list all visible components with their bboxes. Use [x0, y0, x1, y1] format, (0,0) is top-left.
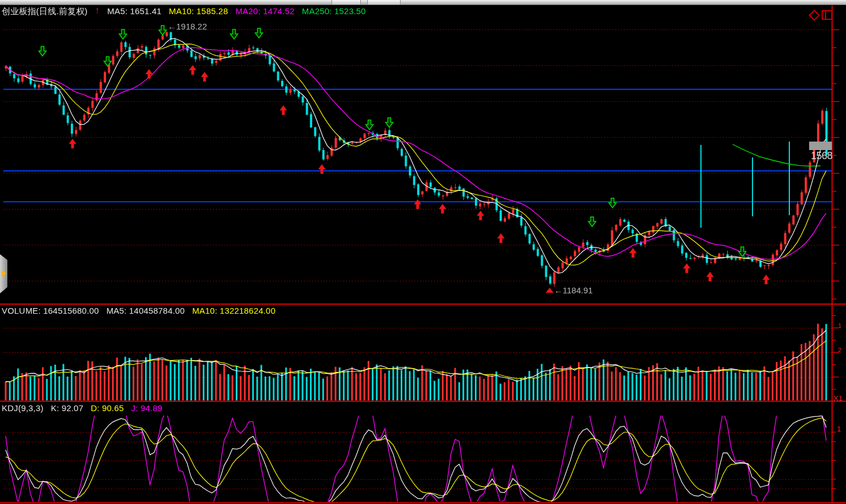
kdj-axis-label-fragment: 1: [837, 425, 841, 433]
split-window-icon[interactable]: [822, 10, 832, 20]
volume-value: VOLUME: 164515680.00: [2, 306, 99, 315]
kdj-j-value: J: 94.89: [131, 403, 163, 413]
expand-arrow-icon: [2, 270, 6, 277]
splitter-handle[interactable]: [331, 0, 361, 5]
volume-axis-label-fragment: 1: [838, 322, 841, 329]
volume-axis-label-fragment: 2: [838, 347, 841, 353]
chart-canvas[interactable]: [0, 0, 846, 504]
volume-ma10-value: MA10: 132218624.00: [192, 306, 275, 315]
high-price-annotation: ←1918.22: [168, 22, 207, 31]
last-price-label: 1568.8: [811, 150, 832, 162]
low-price-annotation: ←1184.91: [554, 285, 593, 295]
up-arrow-icon: ↑: [95, 6, 100, 17]
kdj-d-value: D: 90.65: [91, 403, 124, 413]
window-top-edge: [0, 0, 846, 5]
volume-header: VOLUME: 164515680.00 MA5: 140458784.00 M…: [2, 306, 275, 315]
ma20-value: MA20: 1474.52: [235, 6, 294, 17]
splitter-handle[interactable]: [367, 0, 401, 5]
volume-scale-label: X1: [834, 394, 843, 403]
volume-ma5-value: MA5: 140458784.00: [107, 306, 185, 315]
ma5-value: MA5: 1651.41: [107, 6, 161, 17]
main-chart-header: 创业板指(日线.前复权) ↑ MA5: 1651.41 MA10: 1585.2…: [2, 6, 366, 17]
chart-app-window: 创业板指(日线.前复权) ↑ MA5: 1651.41 MA10: 1585.2…: [0, 0, 846, 504]
kdj-k-value: K: 92.07: [51, 403, 83, 413]
instrument-title: 创业板指(日线.前复权): [2, 6, 88, 17]
last-price-tag: [809, 142, 832, 150]
kdj-indicator-label: KDJ(9,3,3): [2, 403, 44, 413]
ma250-value: MA250: 1523.50: [302, 6, 366, 17]
ma10-value: MA10: 1585.28: [169, 6, 228, 17]
kdj-header: KDJ(9,3,3) K: 92.07 D: 90.65 J: 94.89: [2, 403, 162, 413]
split-window-divider: [825, 11, 826, 19]
sidebar-expand-tab[interactable]: [0, 254, 7, 293]
